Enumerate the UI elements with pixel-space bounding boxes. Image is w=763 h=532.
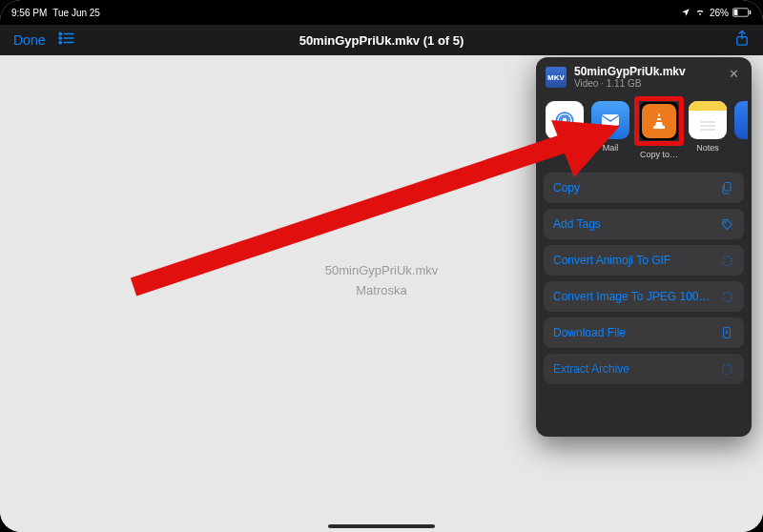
action-download-file[interactable]: Download File	[544, 317, 744, 348]
vlc-highlight	[634, 96, 684, 146]
file-thumb-icon: MKV	[546, 67, 567, 88]
status-right: 26%	[681, 8, 752, 18]
svg-point-19	[724, 221, 726, 223]
share-app-row[interactable]: AirDrop Mail Copy to…	[536, 95, 752, 167]
app-vlc-label: Copy to…	[640, 150, 678, 159]
ipad-screen: 9:56 PM Tue Jun 25 26% Done 50minGypPriU…	[0, 0, 763, 532]
action-animoji-label: Convert Animoji To GIF	[553, 254, 670, 267]
svg-rect-12	[653, 126, 665, 129]
preview-filename: 50minGypPriUk.mkv	[325, 263, 438, 277]
share-filename: 50minGypPriUk.mkv	[574, 65, 686, 78]
vlc-icon	[642, 104, 676, 138]
preview-center: 50minGypPriUk.mkv Matroska	[325, 263, 438, 297]
share-subtitle: Video · 1.11 GB	[574, 78, 686, 90]
status-left: 9:56 PM Tue Jun 25	[11, 8, 100, 18]
svg-point-5	[60, 37, 62, 39]
svg-rect-2	[750, 10, 752, 15]
close-icon[interactable]: ✕	[725, 65, 742, 82]
svg-point-10	[562, 117, 568, 124]
share-icon[interactable]	[734, 30, 750, 51]
action-extract-label: Extract Archive	[553, 362, 629, 376]
preview-filetype: Matroska	[325, 283, 438, 297]
svg-rect-18	[725, 183, 732, 192]
home-indicator	[328, 524, 435, 528]
svg-point-23	[722, 365, 732, 375]
app-mail-label: Mail	[603, 143, 619, 153]
svg-rect-1	[734, 10, 738, 15]
notes-icon	[689, 101, 727, 139]
wifi-icon	[694, 8, 706, 17]
svg-rect-14	[656, 120, 662, 122]
nav-bar: Done 50minGypPriUk.mkv (1 of 5)	[0, 25, 763, 55]
action-extract-archive[interactable]: Extract Archive	[544, 354, 744, 384]
action-jpeg-label: Convert Image To JPEG 1000px	[553, 290, 715, 303]
share-sheet-header: MKV 50minGypPriUk.mkv Video · 1.11 GB ✕	[536, 57, 752, 95]
app-notes[interactable]: Notes	[689, 101, 727, 159]
action-list: Copy Add Tags Convert Animoji To GIF Con…	[544, 173, 744, 384]
svg-point-3	[60, 32, 62, 34]
location-icon	[681, 8, 691, 17]
action-animoji-gif[interactable]: Convert Animoji To GIF	[544, 245, 744, 276]
dots-icon-2	[719, 291, 734, 303]
tag-icon	[719, 218, 734, 231]
done-button[interactable]: Done	[13, 32, 45, 48]
status-time: 9:56 PM	[11, 8, 47, 18]
svg-point-21	[722, 293, 732, 302]
app-mail[interactable]: Mail	[591, 101, 629, 159]
copy-icon	[719, 181, 734, 194]
action-copy-label: Copy	[553, 181, 580, 194]
dots-icon	[719, 255, 734, 267]
airdrop-icon	[546, 101, 584, 139]
action-add-tags[interactable]: Add Tags	[544, 209, 744, 239]
status-date: Tue Jun 25	[52, 8, 100, 18]
svg-rect-11	[602, 114, 619, 126]
battery-percent: 26%	[710, 8, 729, 18]
app-airdrop[interactable]: AirDrop	[546, 101, 584, 159]
app-peek-icon	[734, 101, 748, 139]
dots-icon-3	[719, 363, 734, 376]
app-peek[interactable]	[734, 101, 748, 159]
page-title: 50minGypPriUk.mkv (1 of 5)	[0, 33, 763, 48]
download-icon	[719, 326, 734, 339]
svg-point-20	[722, 256, 732, 266]
action-add-tags-label: Add Tags	[553, 217, 601, 231]
app-airdrop-label: AirDrop	[550, 143, 580, 153]
app-vlc[interactable]: Copy to…	[637, 101, 681, 159]
app-notes-label: Notes	[696, 143, 719, 153]
svg-point-7	[60, 41, 62, 43]
action-download-label: Download File	[553, 326, 626, 339]
action-copy[interactable]: Copy	[544, 173, 744, 203]
mail-icon	[591, 101, 629, 139]
status-bar: 9:56 PM Tue Jun 25 26%	[0, 0, 763, 25]
battery-icon	[732, 8, 752, 17]
share-sheet: MKV 50minGypPriUk.mkv Video · 1.11 GB ✕ …	[536, 57, 752, 437]
list-icon[interactable]	[58, 31, 75, 49]
svg-rect-13	[657, 116, 662, 118]
action-convert-jpeg[interactable]: Convert Image To JPEG 1000px	[544, 281, 744, 312]
